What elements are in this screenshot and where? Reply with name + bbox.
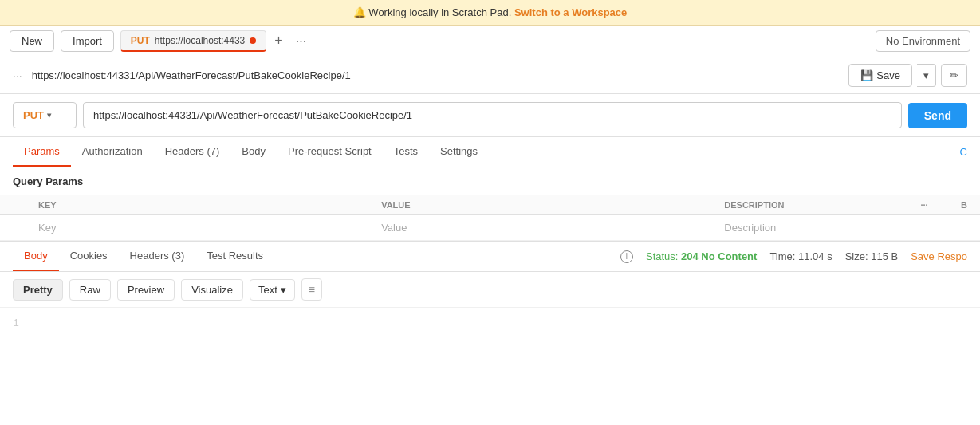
- request-url-input[interactable]: [83, 102, 902, 128]
- url-bar-row: ··· https://localhost:44331/Api/WeatherF…: [0, 57, 980, 94]
- row-bulk: [948, 215, 980, 241]
- tab-settings[interactable]: Settings: [429, 137, 489, 167]
- format-type-selector[interactable]: Text ▾: [250, 279, 295, 301]
- format-preview-button[interactable]: Preview: [117, 279, 175, 301]
- format-bar: Pretty Raw Preview Visualize Text ▾ ≡: [0, 272, 980, 308]
- tab-modified-dot: [250, 37, 256, 44]
- method-label: PUT: [23, 109, 44, 121]
- edit-icon: ✏: [950, 69, 958, 81]
- status-code: Status: 204 No Content: [646, 250, 757, 262]
- url-actions: 💾 Save ▾ ✏: [848, 64, 967, 87]
- response-tabs-nav: Body Cookies Headers (3) Test Results i …: [0, 242, 980, 272]
- col-value-header: VALUE: [368, 195, 711, 215]
- tab-pre-request-script[interactable]: Pre-request Script: [277, 137, 383, 167]
- col-check-header: [0, 195, 26, 215]
- response-time: Time: 11.04 s: [769, 250, 832, 262]
- main-toolbar: New Import PUT https://localhost:4433 + …: [0, 26, 980, 57]
- row-check: [0, 215, 26, 241]
- request-tabs-nav: Params Authorization Headers (7) Body Pr…: [0, 137, 980, 167]
- edit-button[interactable]: ✏: [941, 64, 967, 87]
- scratch-pad-banner: 🔔 Working locally in Scratch Pad. Switch…: [0, 0, 980, 26]
- col-key-header: KEY: [26, 195, 368, 215]
- save-response-button[interactable]: Save Respo: [911, 250, 967, 262]
- add-tab-button[interactable]: +: [270, 31, 288, 51]
- resp-tab-test-results[interactable]: Test Results: [195, 242, 274, 271]
- tab-url: https://localhost:4433: [155, 35, 245, 46]
- method-selector[interactable]: PUT ▾: [13, 102, 77, 128]
- response-status-bar: i Status: 204 No Content Time: 11.04 s S…: [620, 250, 967, 263]
- row-key[interactable]: Key: [26, 215, 368, 241]
- row-value[interactable]: Value: [368, 215, 711, 241]
- row-action: [900, 215, 948, 241]
- new-button[interactable]: New: [10, 30, 54, 52]
- method-chevron-icon: ▾: [47, 111, 51, 120]
- tab-method: PUT: [131, 35, 150, 46]
- tab-body[interactable]: Body: [230, 137, 277, 167]
- params-table: KEY VALUE DESCRIPTION ··· B Key Value De…: [0, 195, 980, 241]
- format-visualize-button[interactable]: Visualize: [181, 279, 243, 301]
- tab-headers[interactable]: Headers (7): [154, 137, 231, 167]
- wrap-lines-icon[interactable]: ≡: [301, 278, 322, 301]
- resp-tab-body[interactable]: Body: [13, 242, 59, 271]
- toolbar-right: No Environment: [876, 30, 970, 52]
- request-builder: PUT ▾ Send: [0, 94, 980, 137]
- save-dropdown-button[interactable]: ▾: [917, 64, 936, 87]
- table-row: Key Value Description: [0, 215, 980, 241]
- switch-workspace-link[interactable]: Switch to a Workspace: [514, 6, 627, 18]
- query-params-section: Query Params KEY VALUE DESCRIPTION ··· B…: [0, 167, 980, 241]
- import-button[interactable]: Import: [61, 30, 114, 52]
- active-request-tab[interactable]: PUT https://localhost:4433: [120, 30, 266, 52]
- response-body-content: 1: [0, 308, 980, 356]
- resp-tab-headers[interactable]: Headers (3): [119, 242, 196, 271]
- environment-selector[interactable]: No Environment: [876, 30, 970, 52]
- format-pretty-button[interactable]: Pretty: [13, 279, 63, 301]
- query-params-title: Query Params: [0, 167, 980, 195]
- format-type-label: Text: [258, 284, 277, 296]
- sidebar-toggle[interactable]: ···: [13, 69, 22, 82]
- chevron-down-icon: ▾: [923, 69, 929, 81]
- tab-params[interactable]: Params: [13, 137, 71, 167]
- save-icon: 💾: [860, 69, 873, 81]
- response-section: Body Cookies Headers (3) Test Results i …: [0, 241, 980, 356]
- col-desc-header: DESCRIPTION: [711, 195, 900, 215]
- format-raw-button[interactable]: Raw: [69, 279, 111, 301]
- col-action-header: ···: [900, 195, 948, 215]
- tab-bar: PUT https://localhost:4433 + ···: [120, 30, 869, 52]
- save-label: Save: [876, 69, 900, 81]
- format-chevron-icon: ▾: [281, 284, 286, 296]
- row-description[interactable]: Description: [711, 215, 900, 241]
- banner-text: Working locally in Scratch Pad.: [368, 6, 511, 18]
- resp-info-icon[interactable]: i: [620, 250, 633, 263]
- response-size: Size: 115 B: [845, 250, 899, 262]
- col-bulk-header: B: [948, 195, 980, 215]
- save-button[interactable]: 💾 Save: [848, 64, 912, 87]
- send-button[interactable]: Send: [908, 103, 967, 128]
- line-number: 1: [13, 317, 19, 329]
- tab-more-button[interactable]: ···: [291, 33, 311, 50]
- tab-tests[interactable]: Tests: [383, 137, 429, 167]
- tab-authorization[interactable]: Authorization: [71, 137, 154, 167]
- resp-tab-cookies[interactable]: Cookies: [59, 242, 119, 271]
- request-url-display: https://localhost:44331/Api/WeatherForec…: [32, 69, 843, 81]
- banner-icon: 🔔: [353, 6, 366, 18]
- tab-extra-c: C: [960, 146, 967, 158]
